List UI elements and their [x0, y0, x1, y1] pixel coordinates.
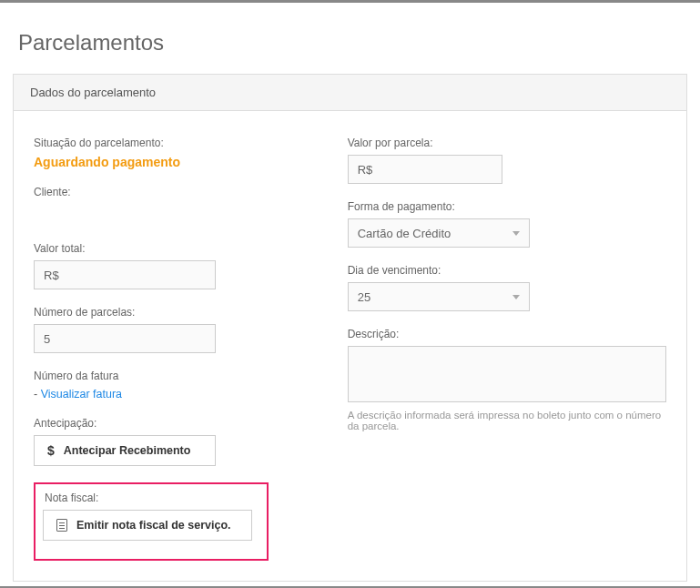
document-icon [56, 519, 67, 532]
panel-header: Dados do parcelamento [14, 75, 686, 111]
forma-pagamento-label: Forma de pagamento: [348, 200, 666, 213]
descricao-help: A descrição informada será impressa no b… [348, 410, 666, 431]
dia-venc-value: 25 [358, 290, 370, 304]
forma-pagamento-select[interactable]: Cartão de Crédito [348, 218, 530, 248]
status-value: Aguardando pagamento [34, 155, 311, 169]
emitir-nota-button[interactable]: Emitir nota fiscal de serviço. [43, 510, 252, 541]
num-parcelas-label: Número de parcelas: [34, 306, 311, 319]
column-left: Situação do parcelamento: Aguardando pag… [34, 137, 311, 561]
descricao-label: Descrição: [348, 328, 666, 340]
antecipar-button[interactable]: $ Antecipar Recebimento [34, 435, 216, 466]
column-right: Valor por parcela: R$ Forma de pagamento… [348, 137, 666, 561]
invoice-line: - Visualizar fatura [34, 388, 311, 400]
num-parcelas-value: 5 [44, 332, 50, 346]
num-parcelas-input[interactable]: 5 [34, 324, 216, 353]
nota-fiscal-highlight: Nota fiscal: Emitir nota fiscal de servi… [34, 482, 269, 561]
panel-parcelamento: Dados do parcelamento Situação do parcel… [13, 74, 687, 582]
chevron-down-icon [512, 295, 520, 299]
valor-parcela-input[interactable]: R$ [348, 155, 502, 184]
dia-venc-select[interactable]: 25 [348, 282, 530, 311]
dia-venc-label: Dia de vencimento: [348, 264, 666, 277]
total-input[interactable]: R$ [34, 260, 216, 289]
invoice-sep: - [34, 388, 41, 400]
chevron-down-icon [512, 231, 520, 236]
currency-prefix: R$ [44, 269, 59, 282]
invoice-label: Número da fatura [34, 370, 311, 382]
valor-parcela-label: Valor por parcela: [348, 137, 666, 149]
total-label: Valor total: [34, 242, 311, 255]
emitir-nota-button-label: Emitir nota fiscal de serviço. [76, 519, 231, 532]
view-invoice-link[interactable]: Visualizar fatura [41, 388, 122, 400]
antecipacao-label: Antecipação: [34, 417, 311, 430]
client-label: Cliente: [34, 186, 311, 198]
forma-pagamento-value: Cartão de Crédito [358, 227, 451, 240]
panel-body: Situação do parcelamento: Aguardando pag… [14, 111, 686, 581]
status-label: Situação do parcelamento: [34, 137, 311, 149]
currency-prefix: R$ [358, 163, 373, 177]
antecipar-button-label: Antecipar Recebimento [64, 444, 191, 457]
nota-fiscal-label: Nota fiscal: [45, 492, 259, 504]
page-title: Parcelamentos [0, 3, 700, 74]
descricao-textarea[interactable] [348, 346, 666, 402]
dollar-icon: $ [47, 443, 55, 458]
